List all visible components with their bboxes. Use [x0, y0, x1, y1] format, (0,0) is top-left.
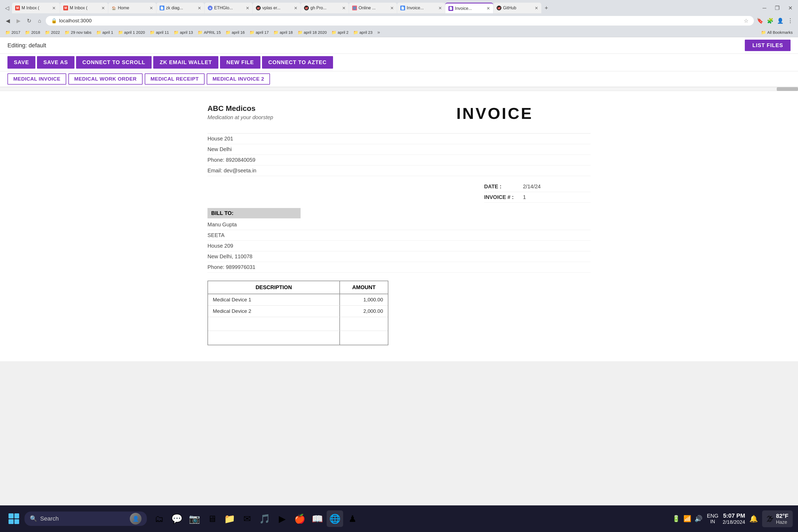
weather-temp: 82°F: [776, 513, 788, 519]
home-btn[interactable]: ⌂: [35, 16, 44, 25]
zk-email-wallet-button[interactable]: ZK EMAIL WALLET: [153, 56, 218, 69]
save-button[interactable]: SAVE: [7, 56, 35, 69]
bookmark-april1[interactable]: 📁 april 1: [94, 30, 115, 35]
taskbar-app-video[interactable]: ▶: [274, 510, 290, 527]
bill-to-section: BILL TO: Manu Gupta SEETA House 209 New …: [208, 208, 590, 273]
connect-to-aztec-button[interactable]: CONNECT TO AZTEC: [262, 56, 333, 69]
close-btn[interactable]: ✕: [785, 3, 796, 13]
bookmark-april12020[interactable]: 📁 april 1 2020: [116, 30, 147, 35]
tab-medical-work-order[interactable]: MEDICAL WORK ORDER: [68, 73, 142, 84]
bookmark-april17[interactable]: 📁 april 17: [247, 30, 271, 35]
ext-avatar-icon[interactable]: 👤: [776, 16, 785, 25]
bookmark-april15[interactable]: 📁 APRIL 15: [195, 30, 223, 35]
url-lock-icon: 🔒: [51, 18, 57, 24]
taskbar-app-camera[interactable]: 📷: [186, 510, 203, 527]
bookmark-all[interactable]: 📁 All Bookmarks: [759, 30, 795, 35]
bookmark-april18-label: april 18: [280, 30, 292, 35]
taskbar-app-files[interactable]: 🗂: [151, 510, 168, 527]
tab-9[interactable]: 📄 Invoice... ✕: [397, 3, 445, 13]
back-btn[interactable]: ◀: [3, 16, 12, 25]
tab-8[interactable]: 🌐 Online ... ✕: [349, 3, 397, 13]
bookmark-april18[interactable]: 📁 april 18: [271, 30, 295, 35]
taskbar-app-music[interactable]: 🎵: [256, 510, 273, 527]
tab-add-btn[interactable]: +: [542, 3, 551, 13]
tab-back-btn[interactable]: ◁: [2, 3, 12, 13]
table-row-empty-2: [208, 331, 388, 345]
browser-menu-btn[interactable]: ⋮: [786, 16, 795, 25]
bookmark-april13[interactable]: 📁 april 13: [172, 30, 195, 35]
tab-1[interactable]: M M Inbox ( ✕: [12, 3, 60, 13]
bookmark-2017[interactable]: 📁 2017: [3, 30, 22, 35]
tab-7-close[interactable]: ✕: [342, 5, 345, 11]
tab-9-close[interactable]: ✕: [438, 5, 442, 11]
taskbar-search-bar[interactable]: 🔍 Search 👤: [24, 512, 147, 526]
reload-btn[interactable]: ↻: [24, 16, 34, 25]
taskbar-app-game[interactable]: ♟: [344, 510, 361, 527]
clock-date: 2/18/2024: [723, 519, 745, 525]
bookmark-april11[interactable]: 📁 april 11: [148, 30, 171, 35]
tab-6[interactable]: 🐙 vplas er... ✕: [253, 3, 301, 13]
tab-1-close[interactable]: ✕: [51, 5, 57, 11]
taskbar-app-chat[interactable]: 💬: [169, 510, 185, 527]
bookmark-april182020[interactable]: 📁 april 18 2020: [296, 30, 329, 35]
tab-2[interactable]: M M Inbox ( ✕: [60, 3, 108, 13]
table-row-2-amount: 2,000.00: [340, 306, 388, 317]
bookmark-2018[interactable]: 📁 2018: [23, 30, 42, 35]
bookmark-29nov[interactable]: 📁 29 nov tabs: [62, 30, 94, 35]
bookmark-april13-label: april 13: [180, 30, 193, 35]
window-controls: ─ ❐ ✕: [759, 3, 796, 13]
tab-10-active[interactable]: 📄 Invoice... ✕: [445, 3, 493, 13]
tab-medical-invoice[interactable]: MEDICAL INVOICE: [7, 73, 66, 84]
tab-5-close[interactable]: ✕: [246, 5, 249, 11]
bookmarks-overflow-btn[interactable]: »: [375, 29, 382, 36]
minimize-btn[interactable]: ─: [759, 3, 770, 13]
list-files-button[interactable]: LIST FILES: [745, 40, 791, 51]
tab-6-close[interactable]: ✕: [294, 5, 298, 11]
ext-bookmark-icon[interactable]: 🔖: [756, 16, 764, 25]
folder-icon: 📁: [198, 30, 203, 35]
table-row-empty-1-amount: [340, 317, 388, 331]
taskbar-app-display[interactable]: 🖥: [204, 510, 220, 527]
save-as-button[interactable]: SAVE AS: [37, 56, 75, 69]
taskbar-app-apple[interactable]: 🍎: [291, 510, 308, 527]
start-button[interactable]: [5, 510, 22, 527]
folder-icon: 📁: [150, 30, 155, 35]
taskbar-app-chrome[interactable]: 🌐: [327, 510, 343, 527]
ext-puzzle-icon[interactable]: 🧩: [765, 16, 775, 25]
tab-8-close[interactable]: ✕: [390, 5, 394, 11]
bookmark-star-icon[interactable]: ☆: [744, 18, 748, 24]
taskbar-app-folder[interactable]: 📁: [221, 510, 238, 527]
url-bar[interactable]: 🔒 localhost:3000 ☆: [46, 16, 754, 25]
taskbar-app-wiki[interactable]: 📖: [309, 510, 326, 527]
tab-4-close[interactable]: ✕: [198, 5, 201, 11]
tab-7[interactable]: 🐙 gh Pro... ✕: [301, 3, 349, 13]
tab-3[interactable]: 🏠 Home ✕: [108, 3, 156, 13]
date-value: 2/14/24: [523, 184, 541, 190]
bookmark-april16-label: april 16: [232, 30, 245, 35]
forward-btn[interactable]: ▶: [14, 16, 23, 25]
bookmark-april2[interactable]: 📁 april 2: [329, 30, 350, 35]
tab-4[interactable]: 📄 zk diag... ✕: [156, 3, 204, 13]
bookmark-april16[interactable]: 📁 april 16: [224, 30, 247, 35]
tab-2-close[interactable]: ✕: [101, 5, 105, 11]
bookmark-april23[interactable]: 📁 april 23: [351, 30, 375, 35]
tab-10-label: Invoice...: [455, 6, 485, 11]
bookmark-2018-label: 2018: [31, 30, 40, 35]
table-row-empty-2-desc: [208, 331, 340, 345]
tab-7-label: gh Pro...: [310, 5, 341, 11]
tab-11[interactable]: 🐙 GitHub ✕: [493, 3, 541, 13]
invoice-title-block: INVOICE: [399, 104, 590, 122]
taskbar-app-mail[interactable]: ✉: [239, 510, 255, 527]
notification-icon[interactable]: 🔔: [749, 515, 758, 523]
new-file-button[interactable]: NEW FILE: [220, 56, 261, 69]
tab-medical-invoice-2[interactable]: MEDICAL INVOICE 2: [207, 73, 270, 84]
tab-3-close[interactable]: ✕: [150, 5, 153, 11]
tab-11-close[interactable]: ✕: [535, 5, 538, 11]
tab-medical-receipt[interactable]: MEDICAL RECEIPT: [145, 73, 205, 84]
scroll-thumb[interactable]: [777, 87, 798, 91]
tab-10-close[interactable]: ✕: [487, 6, 490, 11]
connect-to-scroll-button[interactable]: CONNECT TO SCROLL: [76, 56, 152, 69]
restore-btn[interactable]: ❐: [772, 3, 783, 13]
tab-5[interactable]: ◈ ETHGlo... ✕: [205, 3, 252, 13]
bookmark-2022[interactable]: 📁 2022: [43, 30, 62, 35]
